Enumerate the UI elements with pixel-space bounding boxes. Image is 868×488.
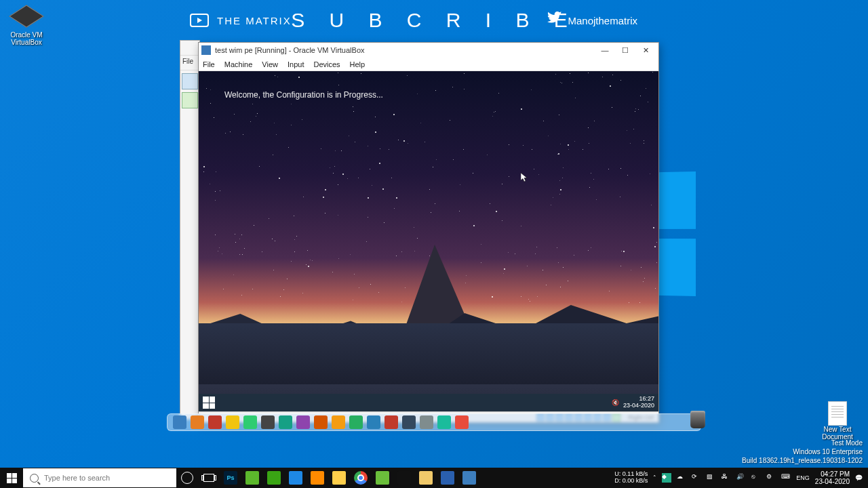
guest-volume-icon[interactable]: 🔇 <box>612 399 619 406</box>
tray-chevron-up-icon[interactable]: ˄ <box>653 474 656 481</box>
netspeed-indicator[interactable]: U: 0.11 kB/s D: 0.00 kB/s <box>614 471 648 485</box>
dock-item-13[interactable] <box>402 415 416 429</box>
vbox-mgr-vm-entry[interactable] <box>182 92 198 108</box>
vm-menu-machine[interactable]: Machine <box>224 60 253 68</box>
host-taskbar: Type here to search Ps U: 0.11 kB/s D: 0… <box>0 468 868 488</box>
tray-language[interactable]: ENG <box>796 474 810 481</box>
tray-network-icon[interactable]: 🖧 <box>722 473 731 483</box>
windows-watermark: Test Mode Windows 10 Enterprise Build 18… <box>742 439 863 465</box>
desktop-icon-virtualbox[interactable]: Oracle VM VirtualBox <box>3 3 50 46</box>
dock-item-2[interactable] <box>208 415 222 429</box>
search-placeholder: Type here to search <box>44 474 110 482</box>
guest-start-button[interactable] <box>203 396 215 409</box>
dock-item-6[interactable] <box>279 415 292 429</box>
dock-item-12[interactable] <box>384 415 398 429</box>
text-file-icon <box>828 401 847 426</box>
tray-volume-icon[interactable]: 🔊 <box>736 473 746 483</box>
tray-icon-3[interactable]: ⟳ <box>692 473 701 483</box>
vm-menu-view[interactable]: View <box>262 60 278 68</box>
search-box[interactable]: Type here to search <box>23 468 176 487</box>
taskbar-app-cmd[interactable] <box>393 468 415 488</box>
virtualbox-manager-window[interactable]: File <box>180 40 200 420</box>
tray-onedrive-icon[interactable]: ☁ <box>677 473 686 483</box>
vm-menu-file[interactable]: File <box>203 60 215 68</box>
taskbar-app-vbox-vm[interactable] <box>458 468 480 488</box>
vm-window-title: test wim pe [Running] - Oracle VM Virtua… <box>215 46 365 54</box>
vm-display[interactable]: Welcome, the Configuration is in Progres… <box>199 71 658 411</box>
dock-item-5[interactable] <box>261 415 275 429</box>
rocketdock[interactable] <box>167 413 701 431</box>
vm-menu-input[interactable]: Input <box>288 60 304 68</box>
tray-icon-8[interactable]: ⚙ <box>766 473 776 483</box>
dock-item-11[interactable] <box>367 415 380 429</box>
taskbar-app-paint[interactable] <box>415 468 437 488</box>
taskbar-apps: Ps <box>220 468 480 488</box>
taskbar-app-chrome[interactable] <box>350 468 372 488</box>
wallpaper-mountain <box>199 180 658 384</box>
dock-item-9[interactable] <box>332 415 345 429</box>
virtualbox-vm-window: test wim pe [Running] - Oracle VM Virtua… <box>198 42 659 423</box>
taskbar-app-everything[interactable] <box>307 468 328 488</box>
dock-item-8[interactable] <box>314 415 328 429</box>
youtube-channel-label: THE MATRIX <box>217 15 292 26</box>
task-view-button[interactable] <box>198 468 220 488</box>
dock-item-1[interactable] <box>191 415 204 429</box>
virtualbox-icon <box>13 3 40 30</box>
desktop-icon-newtext[interactable]: New Text Document <box>814 401 861 441</box>
host-clock[interactable]: 04:27 PM 23-04-2020 <box>815 470 850 485</box>
host-tray: U: 0.11 kB/s D: 0.00 kB/s ˄ ◆ ☁ ⟳ ▧ 🖧 🔊 … <box>614 470 868 485</box>
search-icon <box>30 474 39 483</box>
dock-item-14[interactable] <box>420 415 433 429</box>
taskbar-app-explorer[interactable] <box>328 468 350 488</box>
taskbar-app-virtualbox[interactable] <box>437 468 458 488</box>
video-banner: THE MATRIX S U B C R I B E Manojthematri… <box>0 9 868 31</box>
tray-icon-4[interactable]: ▧ <box>707 473 716 483</box>
twitter-handle-label: Manojthematrix <box>568 15 637 26</box>
cortana-button[interactable] <box>176 468 198 488</box>
guest-tray: 🔇 16:27 23-04-2020 <box>612 396 654 409</box>
vm-titlebar[interactable]: test wim pe [Running] - Oracle VM Virtua… <box>199 43 658 58</box>
tray-icon-7[interactable]: ⎋ <box>751 473 761 483</box>
subscribe-label: S U B C R I B E <box>291 9 577 32</box>
tray-icon-1[interactable]: ◆ <box>662 473 671 483</box>
dock-item-0[interactable] <box>173 415 186 429</box>
guest-clock[interactable]: 16:27 23-04-2020 <box>623 396 654 409</box>
notification-button[interactable]: 💬 <box>855 474 863 481</box>
vm-menu-devices[interactable]: Devices <box>313 60 340 68</box>
minimize-button[interactable]: — <box>595 46 615 55</box>
vm-window-icon <box>201 45 211 55</box>
maximize-button[interactable]: ☐ <box>615 46 635 55</box>
youtube-icon <box>190 14 209 27</box>
vm-menubar: File Machine View Input Devices Help <box>199 58 658 71</box>
taskbar-app-edge[interactable] <box>285 468 307 488</box>
close-button[interactable]: ✕ <box>635 46 656 55</box>
dock-item-15[interactable] <box>437 415 451 429</box>
start-button[interactable] <box>0 468 23 488</box>
dock-item-3[interactable] <box>226 415 239 429</box>
guest-taskbar: 🔇 16:27 23-04-2020 <box>199 394 658 411</box>
cursor-icon <box>521 173 528 182</box>
dock-item-16[interactable] <box>455 415 469 429</box>
dock-item-10[interactable] <box>349 415 363 429</box>
taskbar-app-utorrent[interactable] <box>263 468 285 488</box>
dock-recycle-bin-icon[interactable] <box>690 411 705 428</box>
welcome-text: Welcome, the Configuration is in Progres… <box>224 90 383 100</box>
vbox-mgr-toolbar-icon[interactable] <box>182 73 198 89</box>
dock-item-7[interactable] <box>296 415 310 429</box>
taskbar-app-camtasia-green[interactable] <box>241 468 263 488</box>
vbox-mgr-menu[interactable]: File <box>180 56 199 70</box>
taskbar-app-photoshop[interactable]: Ps <box>220 468 241 488</box>
vbox-mgr-titlebar <box>180 41 199 56</box>
tray-keyboard-icon[interactable]: ⌨ <box>781 473 791 483</box>
dock-item-4[interactable] <box>243 415 257 429</box>
taskbar-app-camtasia[interactable] <box>372 468 393 488</box>
vm-menu-help[interactable]: Help <box>350 60 366 68</box>
